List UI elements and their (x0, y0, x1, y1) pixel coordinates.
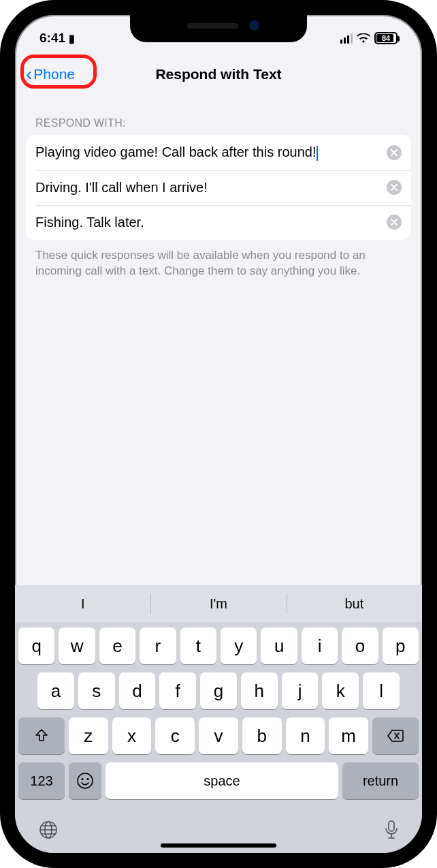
lock-icon: ▮ (69, 32, 75, 45)
shift-key[interactable] (18, 717, 65, 754)
response-row[interactable]: Playing video game! Call back after this… (26, 135, 411, 170)
key-t[interactable]: t (180, 627, 216, 664)
key-e[interactable]: e (99, 627, 135, 664)
key-k[interactable]: k (322, 672, 359, 709)
response-list: Playing video game! Call back after this… (26, 135, 411, 240)
key-z[interactable]: z (69, 717, 108, 754)
numeric-key[interactable]: 123 (18, 762, 65, 799)
key-u[interactable]: u (261, 627, 297, 664)
text-cursor (317, 146, 318, 161)
dictation-icon[interactable] (384, 820, 399, 845)
status-time: 6:41 (39, 31, 65, 46)
key-v[interactable]: v (199, 717, 238, 754)
key-y[interactable]: y (221, 627, 257, 664)
battery-icon: 84 (374, 32, 398, 44)
return-key[interactable]: return (342, 762, 419, 799)
emoji-key[interactable] (69, 762, 101, 799)
back-label: Phone (33, 66, 75, 82)
response-row[interactable]: Driving. I'll call when I arrive! (26, 170, 411, 205)
device-notch (130, 14, 307, 42)
cell-signal-icon (340, 33, 353, 44)
back-button[interactable]: ‹ Phone (26, 66, 75, 82)
key-r[interactable]: r (140, 627, 176, 664)
key-s[interactable]: s (78, 672, 115, 709)
response-row[interactable]: Fishing. Talk later. (26, 205, 411, 240)
key-h[interactable]: h (241, 672, 278, 709)
suggestion[interactable]: I'm (150, 585, 286, 622)
section-header: Respond with: (26, 104, 411, 135)
response-text: Fishing. Talk later. (35, 215, 383, 230)
section-footer: These quick responses will be available … (26, 240, 411, 279)
space-key[interactable]: space (106, 762, 338, 799)
clear-text-button[interactable] (387, 145, 402, 160)
wifi-icon (357, 33, 370, 44)
keyboard-row-2: a s d f g h j k l (18, 672, 419, 709)
svg-point-0 (78, 773, 93, 788)
key-c[interactable]: c (155, 717, 195, 754)
suggestion[interactable]: I (15, 585, 150, 622)
nav-bar: ‹ Phone Respond with Text (15, 56, 422, 93)
svg-point-2 (86, 778, 88, 780)
key-w[interactable]: w (59, 627, 95, 664)
key-n[interactable]: n (286, 717, 325, 754)
globe-icon[interactable] (38, 820, 59, 845)
key-l[interactable]: l (363, 672, 400, 709)
svg-point-1 (81, 778, 83, 780)
backspace-key[interactable] (372, 717, 419, 754)
keyboard: I I'm but q w e r t y u i o p a (15, 585, 422, 853)
key-x[interactable]: x (112, 717, 152, 754)
key-d[interactable]: d (119, 672, 156, 709)
keyboard-row-3: z x c v b n m (18, 717, 419, 754)
home-indicator[interactable] (161, 843, 276, 848)
svg-rect-5 (389, 821, 394, 831)
key-p[interactable]: p (383, 627, 419, 664)
key-o[interactable]: o (342, 627, 378, 664)
key-b[interactable]: b (242, 717, 282, 754)
keyboard-row-4: 123 space return (18, 762, 419, 799)
clear-text-button[interactable] (387, 180, 402, 195)
key-a[interactable]: a (37, 672, 74, 709)
page-title: Respond with Text (155, 66, 281, 82)
keyboard-suggestion-bar: I I'm but (15, 585, 422, 622)
clear-text-button[interactable] (387, 215, 402, 230)
response-text: Driving. I'll call when I arrive! (35, 180, 383, 196)
response-text: Playing video game! Call back after this… (35, 144, 383, 161)
key-g[interactable]: g (200, 672, 237, 709)
key-q[interactable]: q (18, 627, 54, 664)
key-m[interactable]: m (329, 717, 368, 754)
key-i[interactable]: i (302, 627, 338, 664)
key-f[interactable]: f (159, 672, 196, 709)
suggestion[interactable]: but (287, 585, 422, 622)
keyboard-row-1: q w e r t y u i o p (18, 627, 419, 664)
key-j[interactable]: j (282, 672, 319, 709)
